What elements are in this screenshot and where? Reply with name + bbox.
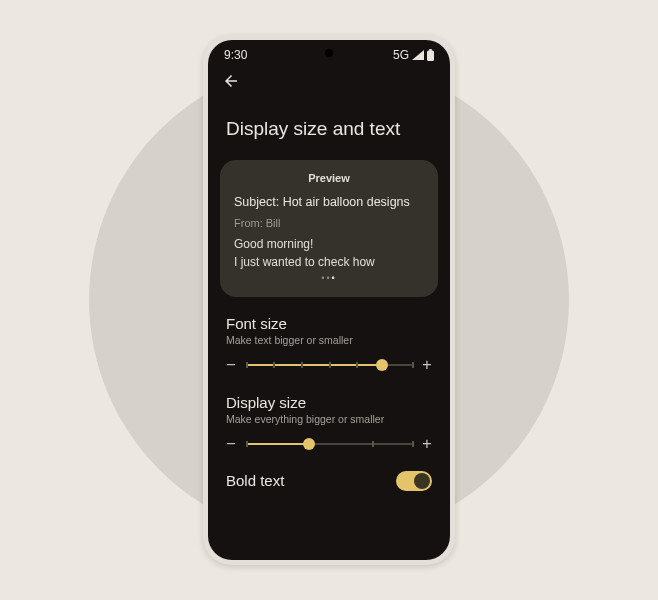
svg-rect-1 [429, 49, 432, 51]
slider-tick [412, 362, 414, 368]
display-size-section: Display size Make everything bigger or s… [208, 384, 450, 427]
display-size-title: Display size [226, 394, 432, 411]
preview-label: Preview [234, 172, 424, 184]
font-increase-button[interactable]: + [420, 356, 434, 374]
status-right: 5G [393, 48, 434, 62]
status-time: 9:30 [224, 48, 247, 62]
phone-frame: 9:30 5G Display size and text Preview Su… [203, 35, 455, 565]
font-size-slider[interactable] [246, 364, 412, 366]
slider-tick [246, 441, 248, 447]
preview-from: From: Bill [234, 217, 424, 229]
page-title: Display size and text [208, 94, 450, 154]
preview-pagination[interactable]: ••• [234, 273, 424, 283]
display-size-slider-row: − + [208, 427, 450, 463]
camera-punch-hole [325, 49, 333, 57]
display-size-slider[interactable] [246, 443, 412, 445]
slider-tick [301, 362, 303, 368]
display-size-sub: Make everything bigger or smaller [226, 413, 432, 425]
slider-tick [356, 362, 358, 368]
display-decrease-button[interactable]: − [224, 435, 238, 453]
signal-icon [412, 50, 424, 60]
slider-tick [412, 441, 414, 447]
preview-body-line1: Good morning! [234, 237, 424, 251]
battery-icon [427, 49, 434, 61]
slider-track-fill [246, 443, 309, 445]
font-size-sub: Make text bigger or smaller [226, 334, 432, 346]
preview-body-line2: I just wanted to check how [234, 255, 424, 269]
display-increase-button[interactable]: + [420, 435, 434, 453]
font-size-title: Font size [226, 315, 432, 332]
slider-tick [273, 362, 275, 368]
slider-tick [246, 362, 248, 368]
arrow-back-icon [222, 72, 240, 90]
phone-screen: 9:30 5G Display size and text Preview Su… [208, 40, 450, 560]
network-label: 5G [393, 48, 409, 62]
slider-thumb[interactable] [303, 438, 315, 450]
bold-text-toggle[interactable] [396, 471, 432, 491]
svg-rect-0 [427, 51, 434, 62]
font-size-slider-row: − + [208, 348, 450, 384]
slider-track-fill [246, 364, 382, 366]
preview-subject: Subject: Hot air balloon designs [234, 194, 424, 211]
back-button[interactable] [208, 66, 450, 94]
slider-tick [329, 362, 331, 368]
slider-thumb[interactable] [376, 359, 388, 371]
toggle-knob [414, 473, 430, 489]
font-size-section: Font size Make text bigger or smaller [208, 305, 450, 348]
bold-text-row: Bold text [208, 463, 450, 491]
font-decrease-button[interactable]: − [224, 356, 238, 374]
slider-tick [372, 441, 374, 447]
preview-card: Preview Subject: Hot air balloon designs… [220, 160, 438, 297]
bold-text-label: Bold text [226, 472, 284, 489]
